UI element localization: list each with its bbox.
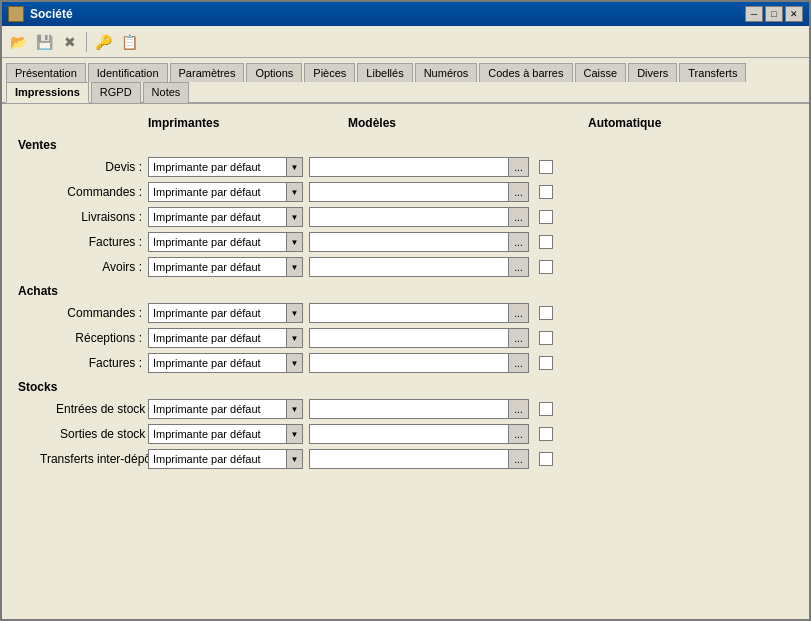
title-bar: Société ─ □ ✕ bbox=[2, 2, 809, 26]
label-avoirs: Avoirs : bbox=[18, 260, 148, 274]
tab-pieces[interactable]: Pièces bbox=[304, 63, 355, 82]
window-title: Société bbox=[30, 7, 73, 21]
printer-select-receptions[interactable]: Imprimante par défaut ▼ bbox=[148, 328, 303, 348]
model-btn-factures-v[interactable]: ... bbox=[508, 233, 528, 251]
model-input-devis[interactable]: ... bbox=[309, 157, 529, 177]
auto-checkbox-devis[interactable] bbox=[539, 160, 553, 174]
main-window: Société ─ □ ✕ 📂 💾 ✖ 🔑 📋 Présentation Ide… bbox=[0, 0, 811, 621]
tab-codes-barres[interactable]: Codes à barres bbox=[479, 63, 572, 82]
printer-select-factures-v[interactable]: Imprimante par défaut ▼ bbox=[148, 232, 303, 252]
model-btn-receptions[interactable]: ... bbox=[508, 329, 528, 347]
printer-value-avoirs: Imprimante par défaut bbox=[149, 261, 286, 273]
open-button[interactable]: 📂 bbox=[6, 30, 30, 54]
tab-rgpd[interactable]: RGPD bbox=[91, 82, 141, 103]
printer-select-devis[interactable]: Imprimante par défaut ▼ bbox=[148, 157, 303, 177]
model-btn-factures-a[interactable]: ... bbox=[508, 354, 528, 372]
label-livraisons: Livraisons : bbox=[18, 210, 148, 224]
section-ventes-header: Ventes bbox=[18, 138, 793, 152]
model-input-transferts-inter[interactable]: ... bbox=[309, 449, 529, 469]
printer-dropdown-sorties-stock[interactable]: ▼ bbox=[286, 425, 302, 443]
printer-dropdown-commandes-v[interactable]: ▼ bbox=[286, 183, 302, 201]
tab-divers[interactable]: Divers bbox=[628, 63, 677, 82]
save-button[interactable]: 💾 bbox=[32, 30, 56, 54]
tab-caisse[interactable]: Caisse bbox=[575, 63, 627, 82]
title-bar-left: Société bbox=[8, 6, 73, 22]
model-input-factures-a[interactable]: ... bbox=[309, 353, 529, 373]
tab-parametres[interactable]: Paramètres bbox=[170, 63, 245, 82]
auto-checkbox-factures-v[interactable] bbox=[539, 235, 553, 249]
delete-button[interactable]: ✖ bbox=[58, 30, 82, 54]
key-button[interactable]: 🔑 bbox=[91, 30, 115, 54]
label-commandes-v: Commandes : bbox=[18, 185, 148, 199]
label-devis: Devis : bbox=[18, 160, 148, 174]
row-factures-v: Factures : Imprimante par défaut ▼ ... bbox=[18, 231, 793, 253]
model-input-livraisons[interactable]: ... bbox=[309, 207, 529, 227]
printer-dropdown-devis[interactable]: ▼ bbox=[286, 158, 302, 176]
model-input-sorties-stock[interactable]: ... bbox=[309, 424, 529, 444]
printer-dropdown-receptions[interactable]: ▼ bbox=[286, 329, 302, 347]
printer-select-livraisons[interactable]: Imprimante par défaut ▼ bbox=[148, 207, 303, 227]
menu-button[interactable]: 📋 bbox=[117, 30, 141, 54]
printer-dropdown-factures-v[interactable]: ▼ bbox=[286, 233, 302, 251]
column-headers: Imprimantes Modèles Automatique bbox=[18, 116, 793, 130]
auto-checkbox-commandes-a[interactable] bbox=[539, 306, 553, 320]
printer-dropdown-entrees-stock[interactable]: ▼ bbox=[286, 400, 302, 418]
label-sorties-stock: Sorties de stock : bbox=[18, 427, 158, 441]
tab-impressions[interactable]: Impressions bbox=[6, 82, 89, 103]
minimize-button[interactable]: ─ bbox=[745, 6, 763, 22]
auto-checkbox-receptions[interactable] bbox=[539, 331, 553, 345]
printer-value-commandes-v: Imprimante par défaut bbox=[149, 186, 286, 198]
model-input-commandes-a[interactable]: ... bbox=[309, 303, 529, 323]
model-input-commandes-v[interactable]: ... bbox=[309, 182, 529, 202]
auto-checkbox-avoirs[interactable] bbox=[539, 260, 553, 274]
auto-checkbox-transferts-inter[interactable] bbox=[539, 452, 553, 466]
model-btn-entrees-stock[interactable]: ... bbox=[508, 400, 528, 418]
model-btn-commandes-a[interactable]: ... bbox=[508, 304, 528, 322]
printer-dropdown-transferts-inter[interactable]: ▼ bbox=[286, 450, 302, 468]
row-commandes-a: Commandes : Imprimante par défaut ▼ ... bbox=[18, 302, 793, 324]
tab-identification[interactable]: Identification bbox=[88, 63, 168, 82]
printer-dropdown-factures-a[interactable]: ▼ bbox=[286, 354, 302, 372]
label-receptions: Réceptions : bbox=[18, 331, 148, 345]
tab-notes[interactable]: Notes bbox=[143, 82, 190, 103]
model-btn-commandes-v[interactable]: ... bbox=[508, 183, 528, 201]
printer-select-entrees-stock[interactable]: Imprimante par défaut ▼ bbox=[148, 399, 303, 419]
model-btn-devis[interactable]: ... bbox=[508, 158, 528, 176]
auto-checkbox-entrees-stock[interactable] bbox=[539, 402, 553, 416]
printer-dropdown-livraisons[interactable]: ▼ bbox=[286, 208, 302, 226]
model-input-factures-v[interactable]: ... bbox=[309, 232, 529, 252]
model-btn-avoirs[interactable]: ... bbox=[508, 258, 528, 276]
label-factures-v: Factures : bbox=[18, 235, 148, 249]
model-input-receptions[interactable]: ... bbox=[309, 328, 529, 348]
content-area: Imprimantes Modèles Automatique Ventes D… bbox=[2, 104, 809, 619]
printer-value-factures-a: Imprimante par défaut bbox=[149, 357, 286, 369]
tab-libelles[interactable]: Libellés bbox=[357, 63, 412, 82]
model-btn-livraisons[interactable]: ... bbox=[508, 208, 528, 226]
printer-select-factures-a[interactable]: Imprimante par défaut ▼ bbox=[148, 353, 303, 373]
auto-checkbox-commandes-v[interactable] bbox=[539, 185, 553, 199]
printer-select-transferts-inter[interactable]: Imprimante par défaut ▼ bbox=[148, 449, 303, 469]
toolbar-separator bbox=[86, 32, 87, 52]
auto-checkbox-sorties-stock[interactable] bbox=[539, 427, 553, 441]
tab-options[interactable]: Options bbox=[246, 63, 302, 82]
printer-select-commandes-a[interactable]: Imprimante par défaut ▼ bbox=[148, 303, 303, 323]
printer-dropdown-commandes-a[interactable]: ▼ bbox=[286, 304, 302, 322]
model-input-avoirs[interactable]: ... bbox=[309, 257, 529, 277]
model-btn-sorties-stock[interactable]: ... bbox=[508, 425, 528, 443]
model-btn-transferts-inter[interactable]: ... bbox=[508, 450, 528, 468]
printer-select-sorties-stock[interactable]: Imprimante par défaut ▼ bbox=[148, 424, 303, 444]
auto-checkbox-factures-a[interactable] bbox=[539, 356, 553, 370]
tab-presentation[interactable]: Présentation bbox=[6, 63, 86, 82]
col-header-modeles: Modèles bbox=[308, 116, 558, 130]
printer-dropdown-avoirs[interactable]: ▼ bbox=[286, 258, 302, 276]
close-button[interactable]: ✕ bbox=[785, 6, 803, 22]
tab-numeros[interactable]: Numéros bbox=[415, 63, 478, 82]
model-input-entrees-stock[interactable]: ... bbox=[309, 399, 529, 419]
printer-select-commandes-v[interactable]: Imprimante par défaut ▼ bbox=[148, 182, 303, 202]
printer-select-avoirs[interactable]: Imprimante par défaut ▼ bbox=[148, 257, 303, 277]
section-stocks-header: Stocks bbox=[18, 380, 793, 394]
tab-transferts[interactable]: Transferts bbox=[679, 63, 746, 82]
auto-checkbox-livraisons[interactable] bbox=[539, 210, 553, 224]
title-controls: ─ □ ✕ bbox=[745, 6, 803, 22]
maximize-button[interactable]: □ bbox=[765, 6, 783, 22]
